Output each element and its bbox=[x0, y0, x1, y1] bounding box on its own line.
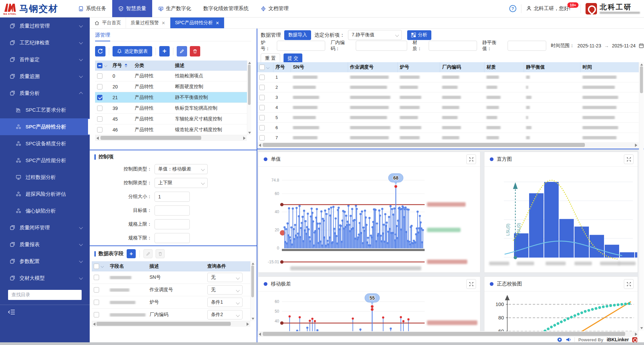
data-row-5[interactable]: 5 bbox=[257, 113, 639, 123]
row-checkbox[interactable] bbox=[97, 106, 102, 111]
control-field-input[interactable] bbox=[155, 205, 190, 216]
field-row-4[interactable]: 厂内编码条件2 bbox=[92, 309, 250, 321]
sidebar-item-11[interactable]: 超探风险分析评估 bbox=[0, 186, 90, 202]
row-checkbox[interactable] bbox=[97, 127, 102, 132]
edit-source-button[interactable] bbox=[177, 46, 187, 56]
expand-icon[interactable] bbox=[466, 154, 476, 164]
row-checkbox[interactable] bbox=[259, 115, 265, 120]
expand-icon[interactable] bbox=[466, 279, 476, 289]
source-row-39[interactable]: 39产品特性铁标货车轮辋高控制 bbox=[95, 103, 247, 114]
sidebar-item-10[interactable]: 过程数据分析 bbox=[0, 169, 90, 186]
data-row-4[interactable]: 4 bbox=[257, 103, 639, 113]
tab-1[interactable]: 平台首页 bbox=[90, 17, 126, 28]
nav-item-5[interactable]: 文档管理 bbox=[255, 0, 295, 17]
sidebar-item-3[interactable]: 首件鉴定 bbox=[0, 51, 90, 68]
source-row-0[interactable]: 0产品特性性能检测项点 bbox=[95, 71, 247, 81]
sidebar-item-1[interactable]: 质量过程管理 bbox=[0, 17, 90, 34]
close-icon[interactable]: ✕ bbox=[162, 21, 165, 26]
add-field-button[interactable]: + bbox=[127, 249, 136, 258]
row-checkbox[interactable] bbox=[259, 135, 265, 141]
close-icon[interactable]: ✕ bbox=[216, 21, 219, 26]
data-row-3[interactable]: 3 bbox=[257, 92, 639, 103]
tab-2[interactable]: 质量过程预警✕ bbox=[126, 17, 170, 28]
filter-material-input[interactable] bbox=[429, 41, 477, 51]
delete-source-button[interactable] bbox=[190, 46, 200, 56]
source-table-vscrollbar[interactable] bbox=[247, 61, 251, 135]
select-all-checkbox[interactable] bbox=[259, 65, 265, 70]
sidebar-item-5[interactable]: 质量分析 bbox=[0, 85, 90, 102]
select-datatable-button[interactable]: 选定数据表 bbox=[113, 46, 152, 56]
row-checkbox[interactable] bbox=[259, 85, 265, 90]
sidebar-item-4[interactable]: 质量追溯 bbox=[0, 68, 90, 85]
data-import-button[interactable]: 数据导入 bbox=[284, 30, 311, 40]
powered-by-brand[interactable]: iBKLinker bbox=[607, 337, 629, 342]
data-row-2[interactable]: 2 bbox=[257, 82, 639, 92]
control-field-input[interactable] bbox=[155, 219, 190, 229]
sidebar-item-7[interactable]: SPC产品特性分析 bbox=[0, 118, 90, 135]
tab-source-management[interactable]: 源管理 bbox=[95, 32, 110, 41]
charts-hscrollbar[interactable] bbox=[257, 331, 639, 337]
help-icon[interactable]: ? bbox=[509, 5, 516, 12]
date-end[interactable]: 2025-11-24 bbox=[612, 43, 636, 48]
sidebar-item-9[interactable]: SPC产品性能分析 bbox=[0, 152, 90, 169]
analyze-button[interactable]: 分析 bbox=[407, 30, 431, 40]
data-column-vscrollbar[interactable] bbox=[639, 62, 644, 331]
tab-3[interactable]: SPC产品特性分析✕ bbox=[170, 17, 224, 28]
reset-button[interactable]: 重 置 bbox=[261, 53, 280, 63]
expand-icon[interactable] bbox=[624, 279, 634, 289]
sidebar-collapse-button[interactable] bbox=[8, 309, 15, 315]
row-checkbox[interactable] bbox=[97, 116, 102, 122]
control-field-input[interactable] bbox=[155, 233, 190, 243]
nav-item-2[interactable]: 智慧质量 bbox=[112, 0, 152, 17]
data-row-6[interactable]: 6 bbox=[257, 123, 639, 133]
nav-item-4[interactable]: 数字化绩效管理系统 bbox=[197, 0, 255, 17]
condition-select[interactable]: 无 bbox=[207, 273, 243, 282]
sidebar-item-12[interactable]: 偏心缺陷分析 bbox=[0, 202, 90, 219]
sidebar-item-6[interactable]: SPC工艺要求分析 bbox=[0, 102, 90, 118]
data-table-hscrollbar[interactable] bbox=[257, 142, 639, 148]
histogram-chart[interactable]: LSL(0)USL(0) bbox=[484, 167, 637, 272]
source-row-45[interactable]: 45产品特性车轴轮座尺寸精度控制 bbox=[95, 114, 247, 124]
sidebar-item-8[interactable]: SPC设备精度分析 bbox=[0, 135, 90, 152]
condition-select[interactable]: 条件1 bbox=[207, 298, 243, 307]
data-row-7[interactable]: 7 bbox=[257, 133, 639, 143]
field-row-2[interactable]: 作业调度号无 bbox=[92, 284, 250, 296]
sort-icon[interactable] bbox=[125, 64, 127, 68]
edit-field-button[interactable] bbox=[143, 249, 153, 258]
sidebar-item-2[interactable]: 工艺纪律检查 bbox=[0, 34, 90, 51]
condition-select[interactable]: 无 bbox=[207, 285, 243, 295]
nav-item-1[interactable]: 系统任务 bbox=[72, 0, 112, 17]
row-checkbox[interactable] bbox=[94, 275, 99, 280]
condition-select[interactable]: 条件2 bbox=[207, 310, 243, 319]
fields-table-vscrollbar[interactable] bbox=[250, 261, 255, 321]
individuals-chart[interactable]: 74.86040200-15.0168 bbox=[258, 167, 480, 272]
control-field-input[interactable]: 1 bbox=[155, 192, 190, 202]
refresh-button[interactable] bbox=[95, 46, 105, 56]
row-checkbox[interactable] bbox=[259, 105, 265, 110]
date-start[interactable]: 2025-11-23 bbox=[577, 43, 601, 48]
row-checkbox[interactable] bbox=[259, 125, 265, 130]
sidebar-search-input[interactable]: 查找目录 bbox=[8, 290, 82, 300]
normality-chart[interactable]: 1008060 bbox=[484, 292, 637, 331]
row-checkbox[interactable] bbox=[94, 300, 99, 305]
source-row-20[interactable]: 20产品特性断面硬度控制 bbox=[95, 81, 247, 92]
analysis-item-select[interactable]: 7.静平衡值 bbox=[348, 30, 402, 40]
row-checkbox[interactable] bbox=[259, 75, 265, 80]
sidebar-item-13[interactable]: 质量闭环管理 bbox=[0, 219, 90, 236]
notification-badge[interactable]: 10+ bbox=[567, 2, 578, 8]
row-checkbox[interactable] bbox=[97, 95, 102, 100]
delete-field-button[interactable] bbox=[156, 249, 165, 258]
filter-balance-input[interactable] bbox=[508, 41, 546, 51]
filter-plantcode-input[interactable] bbox=[356, 41, 407, 51]
field-row-3[interactable]: 炉号条件1 bbox=[92, 296, 250, 309]
row-checkbox[interactable] bbox=[97, 84, 102, 89]
date-range[interactable]: 时间范围： 2025-11-23 → 2025-11-24 bbox=[551, 43, 644, 49]
moving-range-chart[interactable]: 60504055 bbox=[258, 292, 480, 331]
control-field-select[interactable]: 单值：移动极差 bbox=[155, 164, 208, 174]
row-checkbox[interactable] bbox=[94, 312, 99, 317]
field-row-1[interactable]: SN号无 bbox=[92, 271, 250, 284]
megaphone-icon[interactable] bbox=[566, 337, 571, 342]
source-row-21[interactable]: 21产品特性静不平衡值控制 bbox=[95, 92, 247, 103]
fields-table-hscrollbar[interactable] bbox=[92, 321, 250, 327]
row-checkbox[interactable] bbox=[94, 287, 99, 293]
